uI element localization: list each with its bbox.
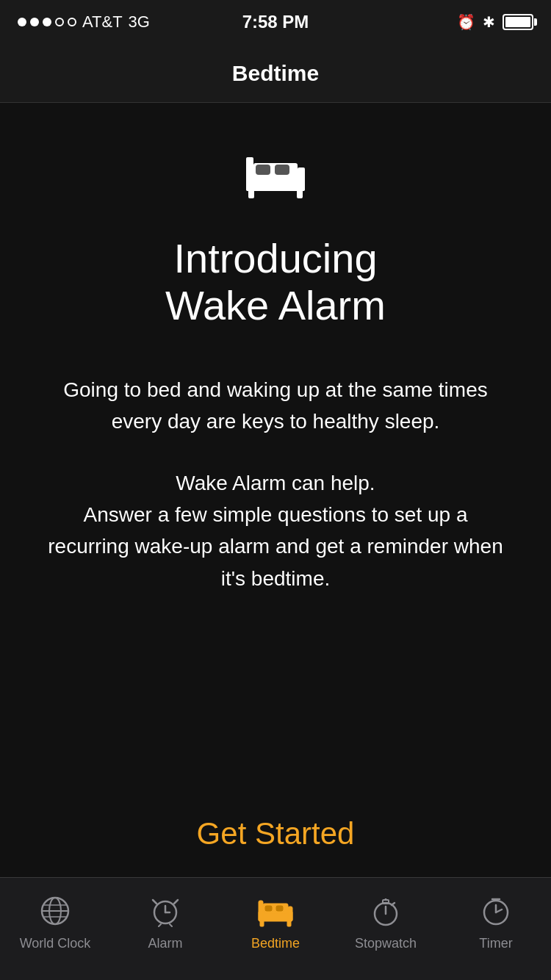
svg-rect-7 [297, 190, 303, 198]
alarm-status-icon: ⏰ [457, 13, 475, 31]
status-left: AT&T 3G [18, 12, 150, 32]
svg-rect-30 [383, 900, 389, 904]
svg-line-32 [392, 903, 395, 905]
bedtime-icon [256, 892, 295, 930]
svg-rect-1 [246, 157, 253, 191]
stopwatch-icon [367, 892, 405, 930]
svg-rect-24 [264, 905, 273, 912]
bluetooth-icon: ✱ [483, 13, 495, 31]
get-started-button[interactable]: Get Started [197, 816, 355, 851]
svg-rect-6 [248, 190, 254, 198]
tab-timer[interactable]: Timer [441, 892, 551, 951]
main-content: IntroducingWake Alarm Going to bed and w… [0, 103, 551, 877]
bedtime-label: Bedtime [251, 936, 300, 951]
battery-icon [503, 14, 533, 30]
world-clock-label: World Clock [20, 936, 91, 951]
battery-fill [505, 17, 530, 27]
alarm-icon [146, 892, 184, 930]
timer-label: Timer [479, 936, 512, 951]
carrier-label: AT&T [82, 12, 123, 32]
intro-body: Going to bed and waking up at the same t… [48, 374, 503, 594]
tab-bedtime[interactable]: Bedtime [220, 892, 331, 951]
svg-rect-2 [298, 167, 305, 191]
timer-icon [477, 892, 515, 930]
stopwatch-label: Stopwatch [355, 936, 417, 951]
signal-dot-5 [68, 18, 76, 26]
network-label: 3G [129, 12, 150, 32]
status-time: 7:58 PM [242, 12, 309, 32]
nav-title: Bedtime [232, 61, 319, 86]
tab-bar: World Clock Alarm [0, 877, 551, 980]
world-clock-icon [36, 892, 74, 930]
signal-dot-2 [30, 18, 39, 26]
svg-rect-26 [260, 920, 264, 926]
signal-dot-4 [55, 18, 64, 26]
svg-line-17 [174, 900, 178, 904]
status-bar: AT&T 3G 7:58 PM ⏰ ✱ [0, 0, 551, 44]
tab-world-clock[interactable]: World Clock [0, 892, 110, 951]
nav-bar: Bedtime [0, 44, 551, 103]
body-paragraph-2: Wake Alarm can help.Answer a few simple … [48, 467, 503, 595]
alarm-label: Alarm [148, 936, 182, 951]
svg-line-19 [170, 924, 172, 926]
signal-dots [18, 18, 76, 26]
svg-rect-21 [259, 901, 263, 921]
tab-stopwatch[interactable]: Stopwatch [331, 892, 441, 951]
svg-rect-22 [288, 907, 292, 921]
svg-rect-27 [287, 920, 291, 926]
status-right: ⏰ ✱ [457, 13, 533, 31]
svg-line-18 [159, 924, 161, 926]
body-paragraph-1: Going to bed and waking up at the same t… [48, 374, 503, 438]
svg-rect-4 [256, 165, 270, 175]
svg-line-16 [153, 900, 156, 904]
svg-rect-25 [276, 905, 284, 912]
svg-rect-5 [275, 165, 289, 175]
bed-icon [242, 147, 309, 198]
signal-dot-3 [43, 18, 51, 26]
intro-title: IntroducingWake Alarm [165, 235, 386, 330]
tab-alarm[interactable]: Alarm [110, 892, 220, 951]
signal-dot-1 [18, 18, 26, 26]
